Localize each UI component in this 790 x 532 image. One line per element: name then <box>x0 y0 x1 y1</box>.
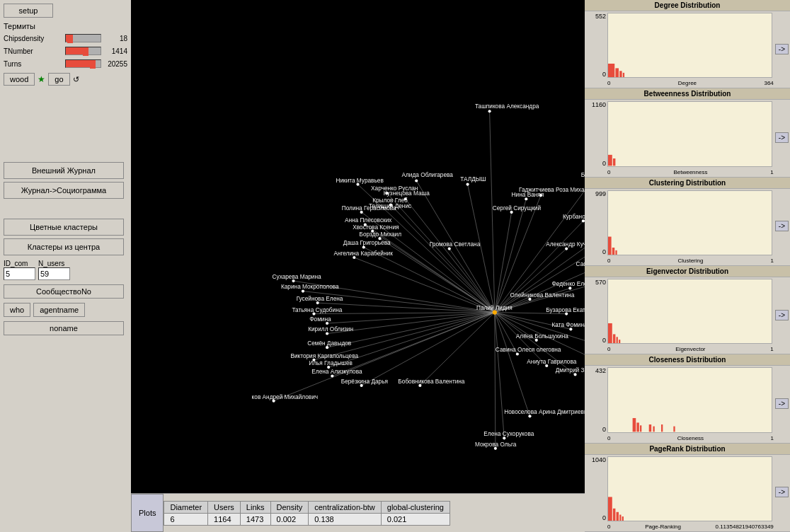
svg-text:Анна Плесовских: Анна Плесовских <box>345 217 392 224</box>
network-graph: Ташпикова Александра Богатова Ира Сычёва… <box>131 0 585 493</box>
setup-button[interactable]: setup <box>4 4 53 18</box>
n-users-label: N_users <box>38 260 70 267</box>
closeness-y-zero: 0 <box>586 426 606 433</box>
betweenness-y-zero: 0 <box>586 160 606 167</box>
svg-line-47 <box>495 313 496 449</box>
degree-y-zero: 0 <box>586 71 606 78</box>
svg-line-15 <box>380 238 495 312</box>
pagerank-arrow-button[interactable]: -> <box>775 487 789 497</box>
refresh-icon[interactable]: ↺ <box>73 75 79 84</box>
svg-text:Аниута Гаврилова: Аниута Гаврилова <box>527 359 576 365</box>
id-com-group: ID_com <box>4 260 35 280</box>
journal-socio-button[interactable]: Журнал->Социограмма <box>4 182 124 199</box>
svg-text:Борздо Михаил: Борздо Михаил <box>360 231 402 238</box>
go-button[interactable]: go <box>48 73 69 86</box>
betweenness-y-labels: 1160 0 <box>585 100 607 175</box>
svg-point-56 <box>466 183 469 186</box>
svg-text:Сухарева Марина: Сухарева Марина <box>273 274 321 280</box>
clustering-arrow-button[interactable]: -> <box>775 221 789 231</box>
svg-text:Палий Лидия: Палий Лидия <box>476 305 513 311</box>
svg-rect-154 <box>615 68 619 77</box>
plots-button[interactable]: Plots <box>131 494 164 532</box>
global-clustering-header: global-clustering <box>381 501 450 513</box>
svg-text:Олейникова Валентина: Олейникова Валентина <box>510 292 575 299</box>
svg-text:Семён Давыдов: Семён Давыдов <box>307 340 352 347</box>
chipsdensity-row: Chipsdensity 18 <box>4 34 127 42</box>
svg-text:Елена Сухорукова: Елена Сухорукова <box>483 431 534 437</box>
eigenvector-title: Eigenvector Distribution <box>585 266 790 277</box>
svg-text:Фомина: Фомина <box>309 316 331 323</box>
svg-text:Ката Фомина: Ката Фомина <box>551 322 585 328</box>
svg-text:Новоселова Арина Дмитриевна: Новоселова Арина Дмитриевна <box>504 409 585 415</box>
svg-line-0 <box>490 111 495 312</box>
svg-point-51 <box>488 110 491 112</box>
n-users-input[interactable] <box>38 267 70 280</box>
svg-point-100 <box>415 179 418 182</box>
svg-text:Полина Герасимова: Полина Герасимова <box>342 205 396 212</box>
svg-rect-158 <box>613 158 615 166</box>
eigenvector-x-label: Eigenvector <box>675 346 705 352</box>
svg-rect-176 <box>619 514 621 521</box>
degree-arrow-button[interactable]: -> <box>775 44 789 54</box>
graph-area[interactable]: Ташпикова Александра Богатова Ира Сычёва… <box>131 0 585 493</box>
svg-text:Бобовникова Валентина: Бобовникова Валентина <box>398 378 464 385</box>
clustering-y-zero: 0 <box>586 248 606 255</box>
left-panel: setup Термиты Chipsdensity 18 TNumber 14… <box>0 0 131 532</box>
users-value: 1164 <box>208 513 241 525</box>
svg-text:Никита Муравьев: Никита Муравьев <box>336 178 384 184</box>
turns-value: 20255 <box>103 60 127 68</box>
closeness-title: Closeness Distribution <box>585 354 790 366</box>
eigenvector-distribution-section: Eigenvector Distribution 570 0 <box>585 266 790 354</box>
closeness-x-label: Closeness <box>677 435 704 441</box>
degree-y-max: 552 <box>586 13 606 20</box>
closeness-chart-inner: 432 0 <box>585 366 790 441</box>
wood-button[interactable]: wood <box>4 73 35 86</box>
betweenness-y-max: 1160 <box>586 101 606 108</box>
svg-rect-173 <box>608 497 612 521</box>
degree-distribution-section: Degree Distribution 552 0 <box>585 0 790 88</box>
tnumber-slider[interactable] <box>65 47 101 55</box>
betweenness-title: Betweenness Distribution <box>585 88 790 100</box>
degree-chart-inner: 552 0 0 Degree 36 <box>585 11 790 86</box>
pagerank-x-label: Page-Ranking <box>645 524 681 530</box>
svg-text:Сафонова: Сафонова <box>576 261 585 267</box>
users-header: Users <box>208 501 241 513</box>
svg-line-29 <box>327 313 495 324</box>
bottom-stats-bar: Plots Diameter Users Links Density centr… <box>131 493 585 532</box>
clusters-center-button[interactable]: Кластеры из центра <box>4 238 124 255</box>
betweenness-chart-body <box>607 101 772 166</box>
svg-text:Мокрова Ольга: Мокрова Ольга <box>475 441 517 448</box>
chipsdensity-slider[interactable] <box>65 34 101 42</box>
svg-line-13 <box>365 224 495 312</box>
agentname-button[interactable]: agentname <box>33 303 85 317</box>
id-com-input[interactable] <box>4 267 35 280</box>
pagerank-chart-inner: 1040 0 0 Page- <box>585 455 790 530</box>
degree-x-zero: 0 <box>607 80 610 86</box>
community-button[interactable]: СообществоNo <box>4 284 124 299</box>
external-journal-button[interactable]: Внешний Журнал <box>4 162 124 179</box>
svg-rect-155 <box>619 71 622 77</box>
clustering-x-max: 1 <box>770 258 773 264</box>
eigenvector-arrow-button[interactable]: -> <box>775 310 789 320</box>
global-clustering-value: 0.021 <box>381 513 450 525</box>
closeness-arrow-button[interactable]: -> <box>775 398 789 409</box>
closeness-chart-body <box>607 367 772 432</box>
degree-y-labels: 552 0 <box>585 11 607 86</box>
turns-slider[interactable] <box>65 59 101 68</box>
svg-rect-169 <box>649 424 651 432</box>
betweenness-arrow-button[interactable]: -> <box>775 132 789 143</box>
who-button[interactable]: who <box>4 303 30 317</box>
svg-line-8 <box>391 205 495 313</box>
density-value: 0.002 <box>270 513 309 525</box>
bottom-buttons: who agentname <box>4 303 127 317</box>
noname-button[interactable]: noname <box>4 321 124 335</box>
svg-text:ТАЛДЫШ: ТАЛДЫШ <box>460 176 486 183</box>
svg-line-16 <box>364 248 495 313</box>
color-clusters-button[interactable]: Цветные кластеры <box>4 219 124 236</box>
betweenness-x-max: 1 <box>770 169 773 175</box>
svg-text:Карина Мокрополова: Карина Мокрополова <box>281 284 339 290</box>
svg-rect-167 <box>636 423 639 432</box>
svg-text:Алёна Большухина: Алёна Большухина <box>516 333 568 340</box>
eigenvector-x-max: 1 <box>770 346 773 352</box>
clustering-x-zero: 0 <box>607 258 610 264</box>
